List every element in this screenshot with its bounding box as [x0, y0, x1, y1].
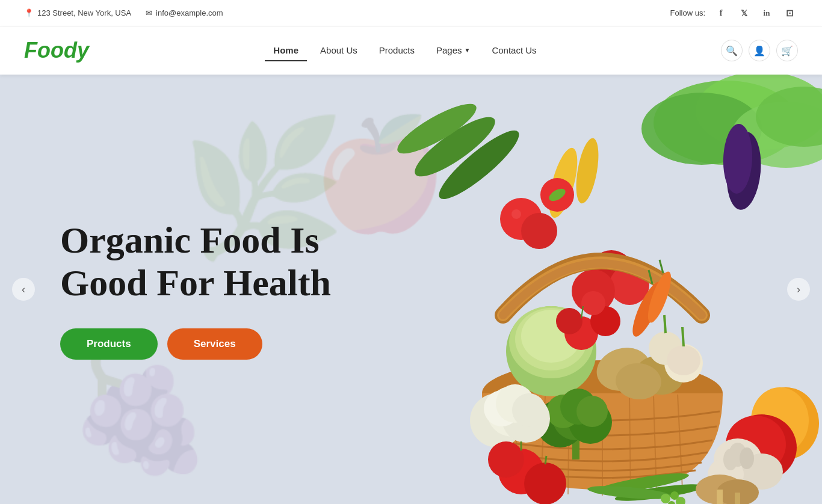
svg-line-46 [682, 327, 684, 346]
address-item: 📍 123 Street, New York, USA [24, 8, 131, 17]
svg-rect-87 [735, 493, 740, 504]
topbar-right: Follow us: f 𝕏 in ⊡ [670, 5, 798, 22]
instagram-icon[interactable]: ⊡ [781, 5, 798, 22]
svg-point-56 [740, 447, 754, 469]
twitter-icon[interactable]: 𝕏 [735, 5, 752, 22]
svg-point-45 [667, 345, 700, 375]
svg-point-73 [524, 463, 566, 504]
slider-prev-button[interactable]: ‹ [12, 278, 35, 301]
svg-rect-86 [717, 490, 723, 504]
chevron-left-icon: ‹ [22, 283, 25, 296]
hero-title-line1: Organic Food Is [60, 220, 320, 260]
cart-button[interactable]: 🛒 [776, 40, 798, 61]
nav-about[interactable]: About Us [312, 40, 366, 61]
search-icon: 🔍 [726, 45, 738, 57]
topbar: 📍 123 Street, New York, USA ✉ info@examp… [0, 0, 822, 26]
pages-chevron-icon: ▼ [465, 47, 471, 54]
nav-contact[interactable]: Contact Us [483, 40, 545, 61]
mail-icon: ✉ [146, 8, 152, 17]
nav-links: Home About Us Products Pages ▼ Contact U… [265, 40, 545, 61]
products-button[interactable]: Products [60, 328, 158, 360]
topbar-left: 📍 123 Street, New York, USA ✉ info@examp… [24, 8, 223, 17]
nav-pages[interactable]: Pages ▼ [428, 40, 478, 61]
hero-content: Organic Food Is Good For Health Products… [0, 219, 331, 360]
hero-image [353, 75, 822, 504]
address-text: 123 Street, New York, USA [37, 8, 131, 17]
nav-home[interactable]: Home [265, 40, 307, 61]
follow-label: Follow us: [670, 8, 705, 17]
svg-point-74 [488, 441, 524, 478]
svg-point-57 [723, 449, 738, 470]
svg-point-13 [511, 209, 521, 219]
user-icon: 👤 [753, 45, 765, 57]
nav-actions: 🔍 👤 🛒 [721, 40, 798, 61]
hero-buttons: Products Services [60, 328, 331, 360]
linkedin-icon[interactable]: in [758, 5, 775, 22]
services-button[interactable]: Services [167, 328, 262, 360]
svg-point-40 [556, 308, 583, 334]
navbar: Foody Home About Us Products Pages ▼ Con… [0, 26, 822, 75]
slider-next-button[interactable]: › [787, 278, 810, 301]
email-item: ✉ info@example.com [146, 8, 223, 17]
svg-point-64 [576, 396, 608, 427]
social-icons: f 𝕏 in ⊡ [712, 5, 798, 22]
svg-line-47 [664, 315, 666, 333]
facebook-icon[interactable]: f [712, 5, 729, 22]
svg-line-76 [545, 456, 546, 464]
logo[interactable]: Foody [24, 38, 89, 63]
svg-point-41 [581, 291, 605, 315]
hero-section: 🍎 🌿 🍇 ‹ Organic Food Is Good For Health … [0, 75, 822, 504]
email-text: info@example.com [156, 8, 223, 17]
svg-point-11 [521, 213, 557, 249]
nav-products[interactable]: Products [371, 40, 423, 61]
hero-title: Organic Food Is Good For Health [60, 219, 331, 305]
hero-title-line2: Good For Health [60, 262, 331, 303]
search-button[interactable]: 🔍 [721, 40, 743, 61]
chevron-right-icon: › [797, 283, 800, 296]
user-button[interactable]: 👤 [749, 40, 770, 61]
location-icon: 📍 [24, 8, 34, 17]
cart-icon: 🛒 [781, 45, 793, 57]
svg-point-80 [661, 494, 670, 503]
svg-point-71 [512, 393, 546, 427]
